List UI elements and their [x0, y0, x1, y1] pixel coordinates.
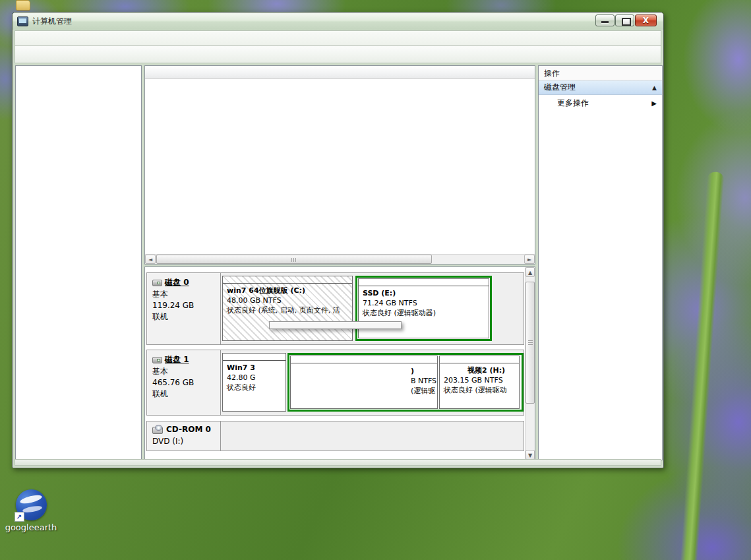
disk-icon: [152, 357, 162, 363]
disk-0-status: 联机: [152, 311, 216, 323]
graphical-view-pane: 磁盘 0 基本 119.24 GB 联机 win7 64位旗舰版 (C:) 48…: [144, 266, 535, 460]
partition-c[interactable]: win7 64位旗舰版 (C:) 48.00 GB NTFS 状态良好 (系统,…: [222, 276, 353, 341]
disk-1-row: 磁盘 1 基本 465.76 GB 联机 Win7 3 42.80 G: [146, 350, 524, 416]
disk-1-status: 联机: [152, 389, 216, 400]
cdrom-media-area: [221, 421, 524, 451]
scroll-thumb[interactable]: [156, 255, 432, 264]
toolbar: [15, 46, 661, 63]
close-button[interactable]: [635, 15, 657, 26]
partition-f[interactable]: ) B NTFS (逻辑驱: [290, 356, 438, 409]
primary-partition-bar: [223, 354, 285, 361]
volume-context-menu: [269, 321, 402, 329]
partition-d[interactable]: Win7 3 42.80 G 状态良好: [222, 353, 286, 412]
scroll-right-arrow[interactable]: ►: [524, 255, 535, 264]
restore-button[interactable]: [615, 15, 634, 26]
disk-0-size: 119.24 GB: [152, 300, 216, 311]
disk-icon: [152, 280, 162, 286]
actions-section-label: 磁盘管理: [544, 82, 576, 93]
computer-management-window: 计算机管理 ◄ ►: [12, 12, 664, 468]
disk-management-pane: ◄ ► 磁盘 0 基本 119.24 GB 联机: [144, 65, 535, 460]
horizontal-scrollbar[interactable]: ◄ ►: [145, 254, 535, 264]
primary-partition-bar: [223, 276, 352, 284]
more-actions-label: 更多操作: [557, 98, 589, 109]
cdrom-0-row: CD-ROM 0 DVD (I:): [146, 421, 524, 451]
desktop: ↗ googleearth 计算机管理: [0, 0, 751, 560]
actions-section-disk-management[interactable]: 磁盘管理 ▲: [539, 80, 662, 95]
googleearth-globe-icon: ↗: [16, 489, 47, 520]
logical-drive-bar: [440, 356, 519, 363]
disk-0-row: 磁盘 0 基本 119.24 GB 联机 win7 64位旗舰版 (C:) 48…: [146, 272, 524, 345]
logical-drive-bar: [291, 356, 437, 363]
extended-partition-e: SSD (E:) 71.24 GB NTFS 状态良好 (逻辑驱动器): [355, 276, 492, 341]
console-tree-pane: [15, 65, 142, 460]
volume-list-pane: ◄ ►: [144, 65, 535, 264]
logical-drive-bar: [359, 279, 489, 286]
cdrom-icon: [152, 427, 163, 434]
actions-title: 操作: [539, 66, 662, 80]
disk-1-label[interactable]: 磁盘 1 基本 465.76 GB 联机: [147, 350, 221, 415]
disk-0-type: 基本: [152, 289, 216, 300]
partition-h[interactable]: 视频2 (H:) 203.15 GB NTFS 状态良好 (逻辑驱动: [439, 356, 520, 409]
cdrom-0-drive-letter: DVD (I:): [152, 436, 216, 447]
shortcut-arrow-icon: ↗: [15, 512, 24, 522]
desktop-folder-icon-fragment: [16, 0, 30, 11]
computer-management-app-icon: [17, 16, 28, 26]
submenu-arrow-icon: ▶: [651, 100, 657, 107]
disk-0-name: 磁盘 0: [165, 277, 189, 288]
actions-pane: 操作 磁盘管理 ▲ 更多操作 ▶: [538, 65, 663, 460]
scroll-left-arrow[interactable]: ◄: [145, 255, 156, 264]
tree-splitter[interactable]: [142, 65, 144, 460]
partition-e[interactable]: SSD (E:) 71.24 GB NTFS 状态良好 (逻辑驱动器): [358, 278, 489, 338]
disk-1-type: 基本: [152, 366, 216, 377]
extended-partition-fh: ) B NTFS (逻辑驱 视频2 (H:) 203.15: [287, 353, 524, 412]
disk-1-name: 磁盘 1: [165, 354, 189, 365]
window-title: 计算机管理: [32, 16, 72, 27]
titlebar[interactable]: 计算机管理: [13, 13, 663, 30]
volume-list-header: [145, 66, 535, 79]
cdrom-0-label[interactable]: CD-ROM 0 DVD (I:): [147, 421, 221, 451]
disk-1-size: 465.76 GB: [152, 377, 216, 389]
status-bar: [15, 459, 661, 466]
menu-bar: [15, 30, 661, 46]
vertical-scrollbar[interactable]: ▲ ▼: [525, 267, 535, 460]
googleearth-shortcut[interactable]: ↗ googleearth: [3, 489, 59, 532]
collapse-icon[interactable]: ▲: [652, 84, 657, 91]
cdrom-0-name: CD-ROM 0: [166, 424, 211, 435]
more-actions-item[interactable]: 更多操作 ▶: [539, 95, 662, 111]
minimize-button[interactable]: [595, 15, 615, 26]
flower-stem: [680, 171, 725, 560]
scroll-up-arrow[interactable]: ▲: [526, 267, 535, 277]
scroll-thumb[interactable]: [526, 282, 535, 404]
googleearth-label: googleearth: [3, 522, 59, 532]
scroll-down-arrow[interactable]: ▼: [526, 450, 535, 460]
window-content: ◄ ► 磁盘 0 基本 119.24 GB 联机: [15, 65, 663, 460]
disk-0-label[interactable]: 磁盘 0 基本 119.24 GB 联机: [147, 273, 221, 344]
